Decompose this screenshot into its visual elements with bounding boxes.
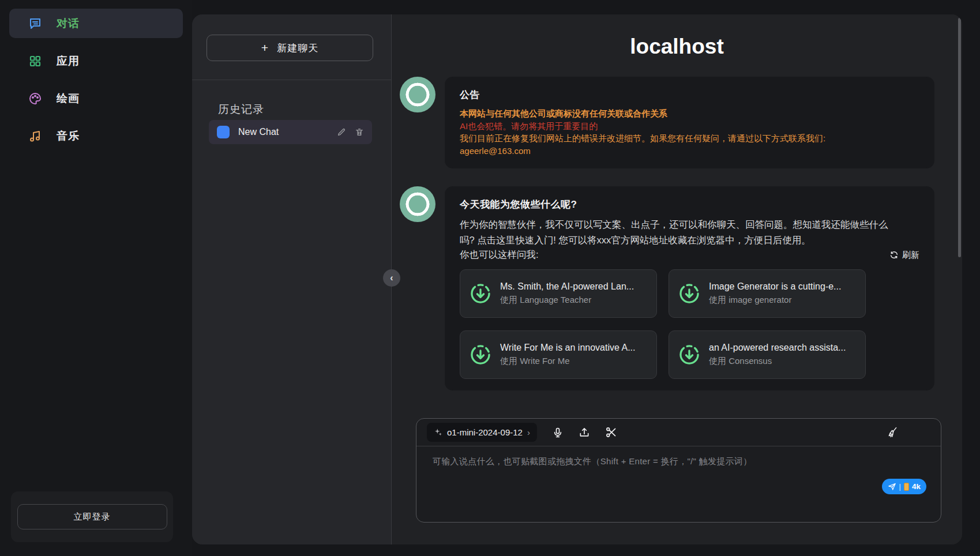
clear-context-broom-icon[interactable] [887,426,899,438]
refresh-label: 刷新 [902,250,919,261]
composer-toolbar: o1-mini-2024-09-12 › [416,419,941,446]
scissors-icon[interactable] [605,426,617,438]
announcement-line: AI也会犯错。请勿将其用于重要目的 [460,120,919,133]
openai-logo-icon [405,82,430,107]
suggestion-title: Ms. Smith, the AI-powered Lan... [500,281,634,292]
welcome-body: 作为你的智慧伙伴，我不仅可以写文案、出点子，还可以和你聊天、回答问题。想知道我还… [460,217,898,248]
suggestion-subtitle: 使用 Consensus [709,356,846,367]
palette-icon [28,92,42,106]
download-circle-icon [470,344,491,366]
login-button[interactable]: 立即登录 [17,504,167,529]
sidebar-item-draw[interactable]: 绘画 [9,84,183,113]
announcement-line: 本网站与任何其他公司或商标没有任何关联或合作关系 [460,107,919,120]
ask-hint: 你也可以这样问我: [460,249,539,261]
assistant-avatar [400,77,435,112]
separator: | [899,482,901,491]
openai-logo-icon [405,191,430,217]
suggestion-card[interactable]: Write For Me is an innovative A... 使用 Wr… [460,330,657,379]
send-button[interactable]: | 4k [882,479,926,494]
suggestion-title: Image Generator is a cutting-e... [709,281,841,292]
suggestion-title: an AI-powered research assista... [709,343,846,353]
collapse-sidebar-button[interactable]: ‹ [383,269,400,287]
sidebar: 对话 应用 绘画 音乐 立即登录 [0,0,192,556]
composer: o1-mini-2024-09-12 › [416,418,941,523]
message-input[interactable]: 可输入说点什么，也可贴截图或拖拽文件（Shift + Enter = 换行，"/… [416,446,941,477]
assistant-avatar [400,186,435,222]
announcement-email[interactable]: ageerle@163.com [460,145,919,157]
chat-list-column: + 新建聊天 历史记录 New Chat [192,14,392,544]
announcement-line: 我们目前正在修复我们网站上的错误并改进细节。如果您有任何疑问，请通过以下方式联系… [460,132,919,145]
main-panel: + 新建聊天 历史记录 New Chat ‹ [192,14,962,544]
token-count: 4k [912,482,921,491]
sidebar-item-label: 音乐 [57,129,80,144]
download-circle-icon [678,283,700,305]
welcome-bubble: 今天我能为您做些什么呢? 作为你的智慧伙伴，我不仅可以写文案、出点子，还可以和你… [445,186,934,390]
download-circle-icon [470,283,491,305]
message-welcome: 今天我能为您做些什么呢? 作为你的智慧伙伴，我不仅可以写文案、出点子，还可以和你… [392,186,962,390]
sidebar-item-label: 绘画 [57,91,80,106]
suggestion-card[interactable]: an AI-powered research assista... 使用 Con… [669,330,866,379]
microphone-icon[interactable] [552,426,564,439]
refresh-button[interactable]: 刷新 [889,250,919,261]
sidebar-item-apps[interactable]: 应用 [9,46,183,76]
model-label: o1-mini-2024-09-12 [447,427,523,437]
suggestion-card[interactable]: Ms. Smith, the AI-powered Lan... 使用 Lang… [460,269,657,318]
conversation-column: localhost 公告 本网站与任何其他公司或商标没有任何关联或合作关系 AI… [392,14,962,544]
paper-plane-icon [888,482,896,491]
music-note-icon [28,129,42,143]
sidebar-item-music[interactable]: 音乐 [9,121,183,151]
chat-bubble-icon [28,17,42,31]
suggestion-subtitle: 使用 Write For Me [500,356,635,367]
download-circle-icon [678,344,700,366]
upload-icon[interactable] [579,426,590,439]
chevron-right-icon: › [527,427,530,437]
suggestion-subtitle: 使用 image generator [709,295,841,306]
suggestion-card[interactable]: Image Generator is a cutting-e... 使用 ima… [669,269,866,318]
model-selector[interactable]: o1-mini-2024-09-12 › [427,423,537,442]
chevron-left-icon: ‹ [390,273,393,283]
chat-item-title: New Chat [238,127,328,137]
chat-history-item[interactable]: New Chat [209,120,372,144]
list-divider [192,80,391,80]
page-title: localhost [392,35,962,59]
suggestion-grid: Ms. Smith, the AI-powered Lan... 使用 Lang… [460,269,919,379]
message-announcement: 公告 本网站与任何其他公司或商标没有任何关联或合作关系 AI也会犯错。请勿将其用… [392,77,962,168]
suggestion-subtitle: 使用 Language Teacher [500,295,634,306]
sidebar-item-chat[interactable]: 对话 [9,9,183,38]
refresh-icon [889,250,899,260]
login-card: 立即登录 [11,491,173,542]
sidebar-item-label: 应用 [57,54,80,69]
chat-item-avatar [217,126,230,138]
history-title: 历史记录 [218,102,264,117]
announcement-title: 公告 [460,88,919,102]
apps-grid-icon [28,54,42,68]
delete-icon[interactable] [355,127,364,137]
plus-icon: + [261,41,269,55]
sidebar-item-label: 对话 [57,16,80,31]
suggestion-title: Write For Me is an innovative A... [500,343,635,353]
new-chat-label: 新建聊天 [277,42,318,55]
edit-icon[interactable] [337,127,346,137]
sparkle-icon [434,428,442,437]
scrollbar[interactable] [958,18,961,257]
announcement-bubble: 公告 本网站与任何其他公司或商标没有任何关联或合作关系 AI也会犯错。请勿将其用… [445,77,934,168]
new-chat-button[interactable]: + 新建聊天 [206,35,373,61]
welcome-title: 今天我能为您做些什么呢? [460,198,919,211]
coin-icon [904,483,909,491]
